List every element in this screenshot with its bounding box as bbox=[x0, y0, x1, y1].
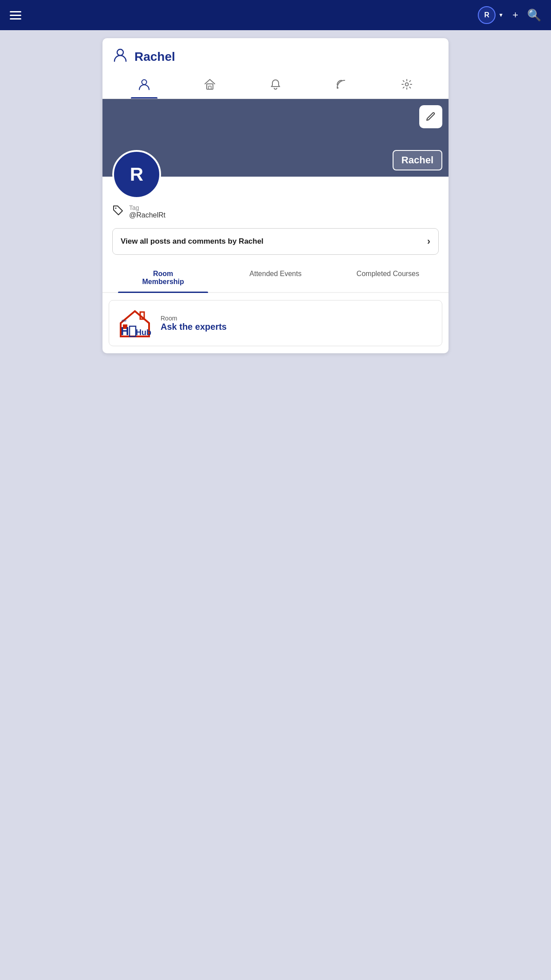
tag-value: @RachelRt bbox=[129, 211, 165, 219]
svg-point-5 bbox=[405, 83, 409, 86]
search-icon[interactable]: 🔍 bbox=[527, 8, 541, 22]
edit-profile-button[interactable] bbox=[419, 105, 442, 128]
tab-rss[interactable] bbox=[328, 73, 354, 99]
username-badge: Rachel bbox=[393, 150, 442, 170]
chevron-right-icon: › bbox=[427, 236, 430, 247]
room-info: Room Ask the experts bbox=[161, 315, 227, 332]
tab-room-membership-label: RoomMembership bbox=[142, 270, 184, 285]
profile-icon-tabs bbox=[102, 73, 449, 99]
svg-rect-3 bbox=[209, 86, 211, 89]
svg-point-0 bbox=[117, 49, 123, 55]
tag-icon bbox=[112, 205, 124, 219]
cover-photo-area: Rachel R bbox=[102, 99, 449, 177]
tab-room-membership[interactable]: RoomMembership bbox=[107, 264, 219, 292]
top-navigation: R ▼ + 🔍 bbox=[0, 0, 551, 30]
tab-attended-events[interactable]: Attended Events bbox=[219, 264, 331, 292]
svg-text:H: H bbox=[121, 324, 129, 338]
room-name: Ask the experts bbox=[161, 322, 227, 332]
room-type-label: Room bbox=[161, 315, 227, 322]
svg-point-4 bbox=[337, 87, 338, 89]
tab-attended-events-label: Attended Events bbox=[249, 270, 301, 277]
tag-section: Tag @RachelRt bbox=[102, 204, 449, 226]
svg-text:Hub: Hub bbox=[136, 328, 151, 337]
profile-person-icon bbox=[112, 47, 128, 67]
tab-completed-courses-label: Completed Courses bbox=[357, 270, 419, 277]
tab-home[interactable] bbox=[197, 73, 223, 99]
svg-rect-2 bbox=[207, 84, 213, 89]
room-logo: the Hub H bbox=[117, 308, 153, 339]
main-profile-card: Rachel bbox=[102, 38, 449, 353]
tab-bell[interactable] bbox=[262, 73, 289, 99]
tab-person[interactable] bbox=[131, 73, 157, 99]
svg-rect-9 bbox=[130, 326, 136, 336]
dropdown-arrow-icon: ▼ bbox=[498, 12, 504, 18]
section-tabs: RoomMembership Attended Events Completed… bbox=[102, 264, 449, 293]
svg-text:the: the bbox=[122, 319, 127, 323]
profile-name: Rachel bbox=[134, 50, 175, 64]
tag-info: Tag @RachelRt bbox=[129, 204, 165, 219]
tab-settings[interactable] bbox=[394, 73, 420, 99]
room-card[interactable]: the Hub H Room Ask the experts bbox=[109, 300, 442, 346]
nav-user-group[interactable]: R ▼ bbox=[478, 6, 504, 24]
nav-avatar: R bbox=[478, 6, 496, 24]
view-posts-button[interactable]: View all posts and comments by Rachel › bbox=[112, 228, 439, 255]
tag-label: Tag bbox=[129, 204, 165, 211]
view-posts-label: View all posts and comments by Rachel bbox=[121, 237, 264, 246]
nav-right-group: R ▼ + 🔍 bbox=[478, 6, 541, 24]
svg-point-6 bbox=[115, 208, 117, 209]
tab-completed-courses[interactable]: Completed Courses bbox=[332, 264, 444, 292]
avatar: R bbox=[112, 150, 161, 199]
profile-header: Rachel bbox=[102, 38, 449, 73]
svg-point-1 bbox=[142, 80, 147, 85]
add-icon[interactable]: + bbox=[512, 9, 518, 21]
hamburger-menu[interactable] bbox=[10, 11, 21, 20]
